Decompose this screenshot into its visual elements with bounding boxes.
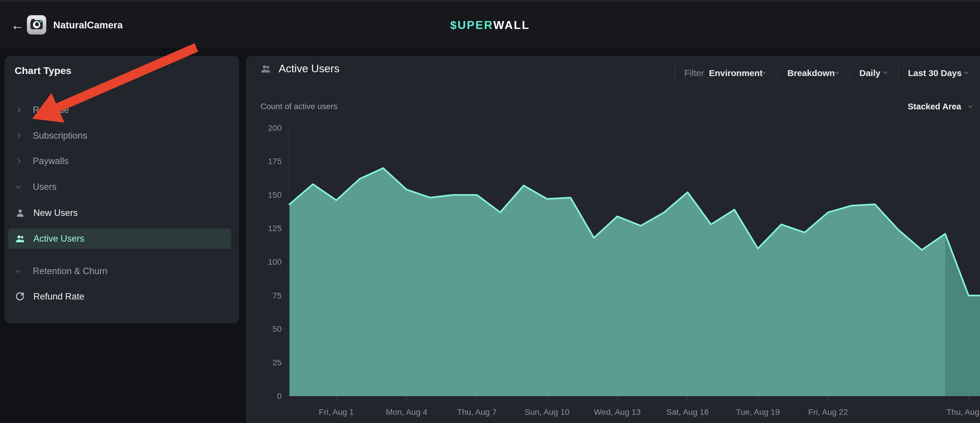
svg-text:125: 125 xyxy=(268,224,282,233)
svg-text:175: 175 xyxy=(268,157,282,166)
svg-text:50: 50 xyxy=(272,325,282,333)
svg-text:Tue, Aug 19: Tue, Aug 19 xyxy=(736,407,780,417)
svg-text:Thu, Aug 28: Thu, Aug 28 xyxy=(947,407,980,417)
svg-text:75: 75 xyxy=(272,291,282,300)
svg-text:0: 0 xyxy=(277,392,282,401)
page: { "topbar": { "app_name": "NaturalCamera… xyxy=(0,0,980,423)
svg-text:Thu, Aug 7: Thu, Aug 7 xyxy=(457,407,496,417)
svg-text:25: 25 xyxy=(272,358,282,367)
svg-text:Mon, Aug 4: Mon, Aug 4 xyxy=(386,407,427,417)
svg-text:Sat, Aug 16: Sat, Aug 16 xyxy=(667,407,709,417)
svg-text:100: 100 xyxy=(268,257,282,266)
svg-text:Wed, Aug 13: Wed, Aug 13 xyxy=(594,407,641,417)
svg-text:Fri, Aug 22: Fri, Aug 22 xyxy=(808,407,848,417)
svg-text:Sun, Aug 10: Sun, Aug 10 xyxy=(525,407,570,417)
svg-text:Fri, Aug 1: Fri, Aug 1 xyxy=(319,407,354,417)
active-users-area-chart: 0255075100125150175200Fri, Aug 1Mon, Aug… xyxy=(0,0,980,423)
svg-text:200: 200 xyxy=(268,124,282,133)
svg-text:150: 150 xyxy=(268,190,282,200)
